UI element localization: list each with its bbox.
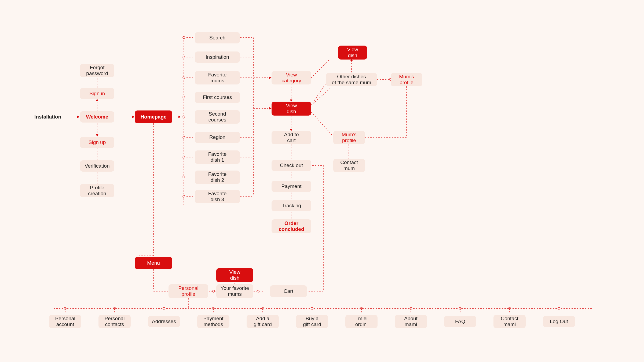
label: Check out [280,162,303,168]
label: Favoritedish 1 [208,151,227,163]
svg-point-56 [213,290,215,292]
node-contact-mum: Contactmum [333,159,365,172]
node-signin: Sign in [80,88,114,99]
svg-point-11 [183,96,185,98]
label: Forgotpassword [86,65,108,76]
node-signup: Sign up [80,137,114,148]
label: Contactmami [501,316,518,327]
svg-point-69 [262,307,264,309]
node-checkout: Check out [272,160,311,171]
label: Viewdish [229,269,240,281]
node-welcome: Welcome [80,111,114,123]
node-first-courses: First courses [195,92,240,103]
label: FAQ [455,319,465,324]
bottom-personal-account: Personalaccount [49,315,81,328]
svg-point-19 [183,176,185,178]
svg-point-58 [257,290,259,292]
bottom-buy-giftcard: Buy agift card [296,315,328,328]
bottom-my-orders: I mieiordini [345,315,378,328]
label: Mum’sprofile [342,132,357,143]
svg-point-17 [183,156,185,158]
svg-point-9 [183,77,185,79]
label: Viewdish [286,103,297,114]
label: Welcome [86,114,108,120]
node-tracking: Tracking [272,200,311,211]
label: Menu [147,260,160,266]
node-payment: Payment [272,181,311,192]
node-profile-creation: Profilecreation [80,184,114,197]
node-verification: Verification [80,160,114,172]
node-region: Region [195,132,240,143]
svg-point-5 [183,36,185,39]
label: Aboutmami [404,316,418,327]
node-cart: Cart [270,285,307,297]
label: Homepage [140,114,166,120]
node-your-favorite-mums: Your favoritemums [216,284,253,298]
node-order-concluded: Orderconcluded [272,219,311,233]
node-search: Search [195,32,240,43]
node-mums-profile-right: Mum’sprofile [391,73,422,86]
svg-point-79 [508,307,511,309]
svg-point-7 [183,56,185,58]
label: Buy agift card [303,316,321,327]
label: Contactmum [340,160,358,171]
label: Installation [34,114,61,120]
bottom-add-giftcard: Add agift card [247,315,279,328]
svg-point-63 [114,307,116,309]
label: First courses [203,94,232,100]
label: Payment [281,183,302,189]
label: I mieiordini [355,316,368,327]
node-fav-dish-3: Favoritedish 3 [195,190,240,203]
label: Region [209,134,225,140]
node-installation: Installation [34,113,61,121]
svg-line-41 [311,112,334,137]
label: Other dishesof the same mum [332,74,371,86]
node-fav-dish-1: Favoritedish 1 [195,150,240,164]
label: Secondcourses [208,111,226,123]
bottom-logout: Log Out [543,316,575,327]
sitemap-canvas: Installation Forgotpassword Sign in Welc… [0,0,644,362]
connectors [0,0,644,362]
node-view-dish: Viewdish [272,102,311,116]
node-add-to-cart: Add tocart [272,131,311,144]
label: Your favoritemums [221,285,249,297]
label: Personalcontacts [105,316,125,327]
node-menu: Menu [135,257,172,269]
node-view-category: Viewcategory [272,71,311,84]
svg-point-61 [64,307,66,309]
node-personal-profile: Personalprofile [169,284,208,298]
node-homepage: Homepage [135,110,172,123]
bottom-addresses: Addresses [148,316,180,327]
label: Viewdish [347,47,358,58]
svg-point-67 [212,307,214,309]
bottom-payment-methods: Paymentmethods [197,315,229,328]
label: Search [209,35,225,41]
label: Mum’sprofile [399,74,414,86]
label: Add agift card [254,316,272,327]
label: Addresses [152,319,176,324]
node-fav-dish-2: Favoritedish 2 [195,171,240,184]
label: Tracking [282,203,301,209]
label: Verification [85,163,110,169]
label: Profilecreation [88,185,106,197]
label: Sign in [89,91,105,97]
label: Personalprofile [178,285,199,297]
bottom-about-mami: Aboutmami [395,315,427,328]
node-forgot-password: Forgotpassword [80,64,114,77]
label: Favoritemums [208,72,227,84]
node-favorite-mums: Favoritemums [195,71,240,84]
label: Sign up [89,139,106,145]
svg-point-81 [558,307,560,309]
label: Inspiration [206,54,229,60]
label: Viewcategory [282,72,301,84]
svg-point-65 [163,307,165,309]
node-view-dish-bottom: Viewdish [216,268,253,282]
svg-point-13 [183,116,185,118]
bottom-faq: FAQ [444,316,476,327]
svg-point-21 [183,195,185,197]
label: Favoritedish 2 [208,171,227,183]
label: Personalaccount [55,316,75,327]
node-inspiration: Inspiration [195,51,240,63]
label: Paymentmethods [203,316,224,327]
node-second-courses: Secondcourses [195,110,240,124]
